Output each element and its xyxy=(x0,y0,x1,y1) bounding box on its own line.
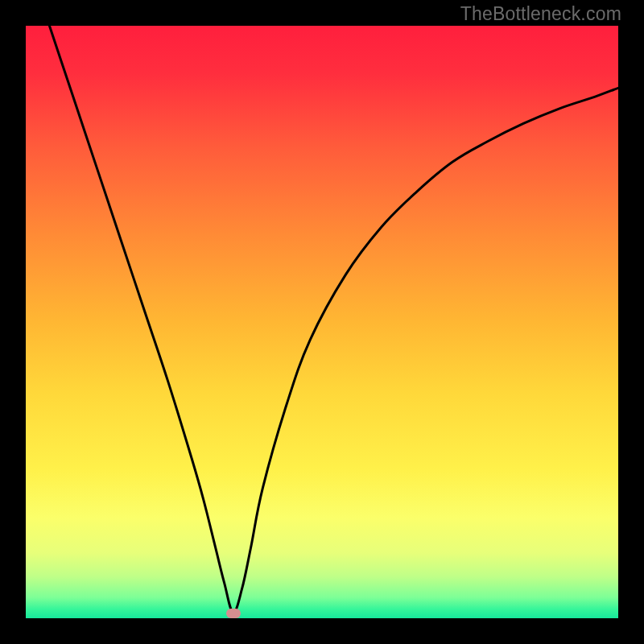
gradient-background xyxy=(26,26,618,618)
chart-svg xyxy=(0,0,644,644)
watermark-text: TheBottleneck.com xyxy=(460,3,621,25)
minimum-marker xyxy=(226,609,241,618)
chart-frame: TheBottleneck.com xyxy=(0,0,644,644)
